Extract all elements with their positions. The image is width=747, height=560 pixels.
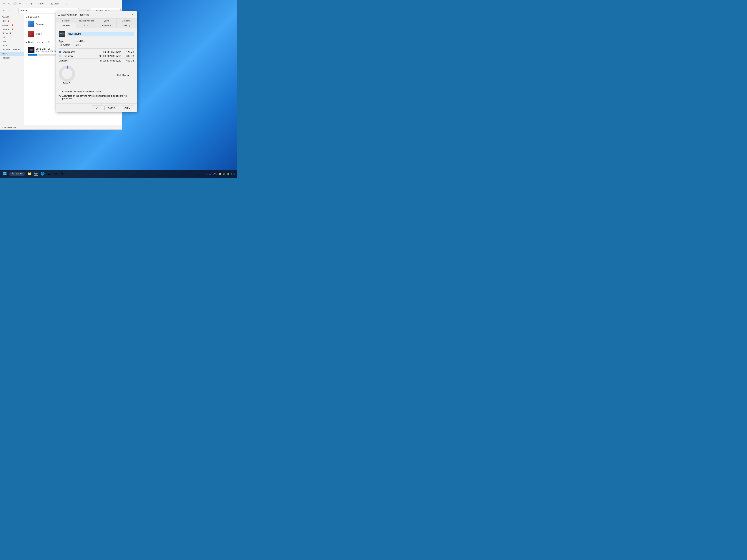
disk-cleanup-button[interactable]: Disk Cleanup bbox=[115, 73, 131, 77]
chevron-down-icon-drives: ▾ bbox=[26, 41, 27, 43]
chevron-down-icon: ▾ bbox=[26, 16, 27, 18]
sidebar-item-documents[interactable]: cuments 📌 bbox=[0, 27, 24, 31]
tab-customize[interactable]: Customize bbox=[117, 19, 137, 23]
tab-general[interactable]: General bbox=[56, 23, 76, 28]
sidebar-item-music[interactable]: usic bbox=[0, 35, 24, 39]
tab-hardware[interactable]: Hardware bbox=[96, 23, 117, 28]
sort-label: Sort bbox=[40, 2, 44, 5]
tab-quota[interactable]: Quota bbox=[96, 19, 117, 23]
sidebar-item-network[interactable]: Network bbox=[0, 56, 24, 60]
more-label: ... bbox=[66, 2, 68, 5]
view-label: View bbox=[54, 2, 58, 5]
tab-security[interactable]: Security bbox=[56, 19, 76, 23]
tray-up-icon[interactable]: ∧ bbox=[206, 172, 208, 175]
taskbar-tray: ∧ ☁ ENG 📶 🔊 🔋 5.3.2 bbox=[206, 172, 235, 175]
taskbar-search-icon: 🔍 bbox=[11, 172, 15, 175]
tab-previous-versions[interactable]: Previous Versions bbox=[76, 19, 97, 23]
more-button[interactable]: ... bbox=[64, 2, 69, 5]
sidebar-item-downloads[interactable]: wnloads 📌 bbox=[0, 23, 24, 27]
compress-checkbox-row[interactable]: Compress this drive to save disk space bbox=[59, 90, 134, 94]
folder-music-label: Music bbox=[36, 33, 42, 35]
back-button[interactable]: ← bbox=[2, 8, 6, 13]
free-space-color bbox=[59, 55, 61, 57]
taskbar-file-explorer[interactable]: 📁 bbox=[26, 171, 32, 177]
sidebar-item-access[interactable]: access bbox=[0, 15, 24, 19]
sort-button[interactable]: ↕ Sort ⌄ bbox=[37, 2, 48, 5]
tray-lang: ENG bbox=[213, 172, 217, 175]
free-space-row: Free space: 743 900 332 032 bytes 692 GB bbox=[59, 54, 134, 58]
drive-d-label: Drive D: bbox=[63, 82, 71, 85]
dialog-footer: OK Cancel Apply bbox=[56, 104, 137, 112]
svg-point-15 bbox=[60, 33, 62, 34]
view-button[interactable]: ⊟ View ⌄ bbox=[50, 2, 62, 5]
drive-c-progress-bar bbox=[28, 54, 37, 56]
index-checkbox[interactable] bbox=[59, 95, 61, 98]
ok-button[interactable]: OK bbox=[92, 106, 103, 110]
used-space-label: Used space: bbox=[62, 51, 77, 53]
type-row: Type: Local Disk bbox=[59, 39, 134, 43]
folder-desktop[interactable]: Desktop bbox=[26, 20, 56, 28]
taskbar-search-label: Search bbox=[16, 172, 23, 175]
copy-icon[interactable]: ⧉ bbox=[7, 2, 11, 6]
svg-point-9 bbox=[31, 50, 31, 50]
rename-icon[interactable]: ✏ bbox=[18, 2, 22, 6]
status-items-count: 1 item selected bbox=[2, 126, 16, 129]
taskbar-zoom[interactable]: 📷 bbox=[33, 171, 39, 177]
taskbar-mail[interactable]: ✉ bbox=[60, 171, 66, 177]
sidebar-item-onedrive[interactable]: neDrive - Personal bbox=[0, 48, 24, 52]
svg-rect-17 bbox=[62, 34, 64, 34]
folder-music[interactable]: ♪ Music bbox=[26, 30, 56, 38]
sidebar-item-thispc[interactable]: his PC bbox=[0, 52, 24, 56]
drive-c-icon bbox=[28, 47, 34, 53]
tray-time: 5.3.2 bbox=[231, 172, 235, 175]
volume-name-input[interactable] bbox=[67, 32, 134, 36]
compress-checkbox[interactable] bbox=[59, 91, 61, 93]
paste-icon[interactable]: ⬜ bbox=[13, 2, 17, 6]
start-button[interactable] bbox=[1, 170, 8, 177]
taskbar-icons: 📁 📷 🌐 🗂 🛍 ✉ bbox=[26, 171, 66, 177]
svg-point-18 bbox=[60, 67, 74, 80]
cut-icon[interactable]: ✂ bbox=[2, 2, 6, 6]
index-checkbox-row[interactable]: Allow files on this drive to have conten… bbox=[59, 94, 134, 101]
sidebar-item-pictures[interactable]: ctures 📌 bbox=[0, 31, 24, 35]
tray-cloud-icon[interactable]: ☁ bbox=[209, 172, 211, 175]
drives-section-title: Devices and drives (2) bbox=[28, 41, 50, 44]
dialog-titlebar: ▬ New Volume (D:) Properties ✕ bbox=[56, 11, 137, 19]
share-icon[interactable]: ↑ bbox=[24, 2, 28, 6]
filesystem-label: File system: bbox=[59, 44, 75, 46]
taskbar-files[interactable]: 🗂 bbox=[46, 171, 52, 177]
sidebar-item-scan[interactable]: can bbox=[0, 39, 24, 44]
free-space-bytes: 743 900 332 032 bytes bbox=[77, 55, 123, 57]
delete-icon[interactable]: 🗑 bbox=[29, 2, 33, 6]
dialog-close-button[interactable]: ✕ bbox=[131, 13, 135, 17]
taskbar-store[interactable]: 🛍 bbox=[53, 171, 59, 177]
music-folder-icon: ♪ bbox=[28, 31, 34, 37]
status-bar: 1 item selected bbox=[0, 125, 122, 129]
properties-dialog: ▬ New Volume (D:) Properties ✕ Security … bbox=[56, 11, 137, 112]
dialog-tabs-row2: General Tools Hardware Sharing bbox=[56, 23, 137, 28]
sidebar-item-desktop[interactable]: ktop 📌 bbox=[0, 19, 24, 23]
cancel-button[interactable]: Cancel bbox=[104, 106, 119, 110]
sidebar-item-videos[interactable]: ideos bbox=[0, 44, 24, 48]
tab-tools[interactable]: Tools bbox=[76, 23, 97, 28]
capacity-label: Capacity: bbox=[59, 59, 77, 62]
dialog-title-icon: ▬ bbox=[58, 14, 60, 16]
taskbar-edge[interactable]: 🌐 bbox=[40, 171, 46, 177]
tray-battery-icon: 🔋 bbox=[227, 172, 229, 175]
filesystem-value: NTFS bbox=[75, 44, 81, 46]
tab-sharing[interactable]: Sharing bbox=[117, 23, 137, 28]
free-space-size: 692 GB bbox=[123, 55, 134, 57]
filesystem-row: File system: NTFS bbox=[59, 43, 134, 47]
apply-button[interactable]: Apply bbox=[121, 106, 134, 110]
taskbar: 🔍 Search 📁 📷 🌐 🗂 🛍 ✉ ∧ ☁ ENG 📶 🔊 🔋 5.3.2 bbox=[0, 170, 237, 178]
forward-button[interactable]: → bbox=[7, 8, 12, 13]
used-space-color bbox=[59, 51, 61, 53]
taskbar-search[interactable]: 🔍 Search bbox=[9, 172, 25, 176]
folders-section-title: Folders (6) bbox=[28, 16, 39, 18]
drive-c-free: 186 GB free of 237 GB bbox=[36, 50, 57, 52]
used-space-bytes: 126 201 856 bytes bbox=[77, 51, 123, 53]
free-space-label: Free space: bbox=[62, 55, 77, 57]
capacity-row: Capacity: 744 026 533 888 bytes 692 GB bbox=[59, 58, 134, 63]
sort-chevron-icon: ⌄ bbox=[45, 2, 47, 5]
up-button[interactable]: ↑ bbox=[13, 8, 17, 13]
